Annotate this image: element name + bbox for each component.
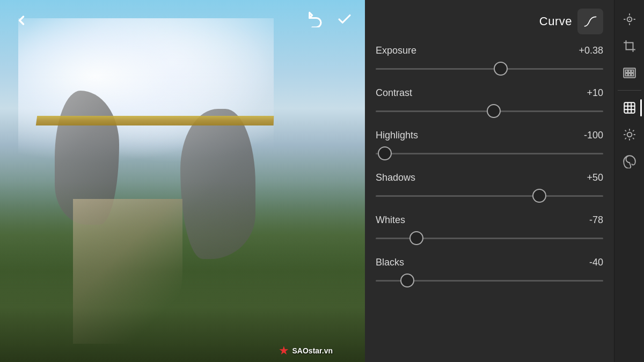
slider-track-container-highlights[interactable] xyxy=(376,146,603,160)
svg-rect-13 xyxy=(624,102,635,113)
slider-track-container-blacks[interactable] xyxy=(376,274,603,287)
svg-rect-11 xyxy=(628,73,630,76)
stone-hand-left xyxy=(55,91,119,225)
slider-label-row: Highlights -100 xyxy=(376,130,603,141)
slider-track-container-shadows[interactable] xyxy=(376,189,603,203)
slider-label-row: Exposure +0.38 xyxy=(376,45,603,56)
slider-label-row: Contrast +10 xyxy=(376,87,603,99)
slider-row: Highlights -100 xyxy=(376,130,603,160)
stone-hand-right xyxy=(180,109,255,259)
path xyxy=(73,199,182,344)
svg-point-18 xyxy=(627,132,632,137)
svg-line-26 xyxy=(633,130,634,131)
slider-track-contrast xyxy=(376,110,603,112)
slider-track-container-whites[interactable] xyxy=(376,231,603,245)
watermark-text: SAOstar.vn xyxy=(292,346,333,355)
slider-row: Exposure +0.38 xyxy=(376,45,603,76)
slider-label-contrast: Contrast xyxy=(376,87,412,99)
slider-track-exposure xyxy=(376,68,603,70)
slider-track-container-contrast[interactable] xyxy=(376,104,603,118)
photo-area: ★ SAOstar.vn xyxy=(0,0,365,362)
filmstrip-icon[interactable] xyxy=(618,61,641,85)
slider-label-row: Whites -78 xyxy=(376,215,603,226)
slider-track-whites xyxy=(376,238,603,239)
slider-label-row: Shadows +50 xyxy=(376,172,603,183)
slider-thumb-highlights[interactable] xyxy=(378,146,392,160)
nav-actions xyxy=(306,10,354,29)
enhance-icon[interactable] xyxy=(618,96,641,120)
slider-track-highlights xyxy=(376,153,603,154)
back-button[interactable] xyxy=(11,10,32,31)
slider-value-exposure: +0.38 xyxy=(579,45,603,56)
slider-label-whites: Whites xyxy=(376,215,405,226)
watermark-star: ★ xyxy=(279,344,289,358)
slider-row: Whites -78 xyxy=(376,215,603,245)
slider-row: Blacks -40 xyxy=(376,257,603,287)
panel-header: Curve xyxy=(365,0,614,41)
magic-wand-icon[interactable] xyxy=(618,8,641,31)
sidebar-separator xyxy=(618,90,641,91)
color-icon[interactable] xyxy=(618,150,641,173)
slider-value-contrast: +10 xyxy=(587,87,603,99)
slider-label-shadows: Shadows xyxy=(376,172,415,183)
watermark: ★ SAOstar.vn xyxy=(279,344,333,358)
slider-track-container-exposure[interactable] xyxy=(376,62,603,76)
slider-value-blacks: -40 xyxy=(589,257,603,268)
light-icon[interactable] xyxy=(618,123,641,146)
undo-button[interactable] xyxy=(306,10,325,29)
svg-rect-10 xyxy=(625,73,627,76)
svg-line-23 xyxy=(625,130,626,131)
slider-row: Shadows +50 xyxy=(376,172,603,203)
slider-label-blacks: Blacks xyxy=(376,257,404,268)
bridge xyxy=(36,116,274,125)
svg-rect-7 xyxy=(625,70,627,72)
confirm-button[interactable] xyxy=(335,10,354,29)
svg-point-1 xyxy=(628,19,630,20)
slider-value-shadows: +50 xyxy=(587,172,603,183)
right-panel: Curve Exposure +0.38 Contrast +10 xyxy=(365,0,644,362)
slider-label-row: Blacks -40 xyxy=(376,257,603,268)
svg-rect-12 xyxy=(631,73,633,76)
photo-background xyxy=(0,0,365,362)
curve-icon-button[interactable] xyxy=(577,9,603,34)
slider-thumb-shadows[interactable] xyxy=(532,189,546,203)
slider-label-highlights: Highlights xyxy=(376,130,418,141)
slider-thumb-whites[interactable] xyxy=(409,231,423,245)
curve-label: Curve xyxy=(539,14,572,28)
slider-track-blacks xyxy=(376,280,603,282)
slider-label-exposure: Exposure xyxy=(376,45,416,56)
controls-area: Curve Exposure +0.38 Contrast +10 xyxy=(365,0,614,362)
slider-thumb-contrast[interactable] xyxy=(487,104,501,118)
slider-row: Contrast +10 xyxy=(376,87,603,118)
active-indicator xyxy=(640,99,642,116)
sliders-section: Exposure +0.38 Contrast +10 Highlights xyxy=(365,41,614,310)
slider-thumb-blacks[interactable] xyxy=(400,274,414,287)
slider-value-highlights: -100 xyxy=(584,130,603,141)
svg-rect-9 xyxy=(631,70,633,72)
curve-icon xyxy=(583,14,598,29)
crop-icon[interactable] xyxy=(618,34,641,58)
slider-thumb-exposure[interactable] xyxy=(494,62,508,76)
svg-line-24 xyxy=(633,138,634,139)
slider-track-shadows xyxy=(376,195,603,197)
sidebar-icons xyxy=(614,0,644,362)
svg-rect-8 xyxy=(628,70,630,72)
svg-line-25 xyxy=(625,138,626,139)
slider-value-whites: -78 xyxy=(589,215,603,226)
